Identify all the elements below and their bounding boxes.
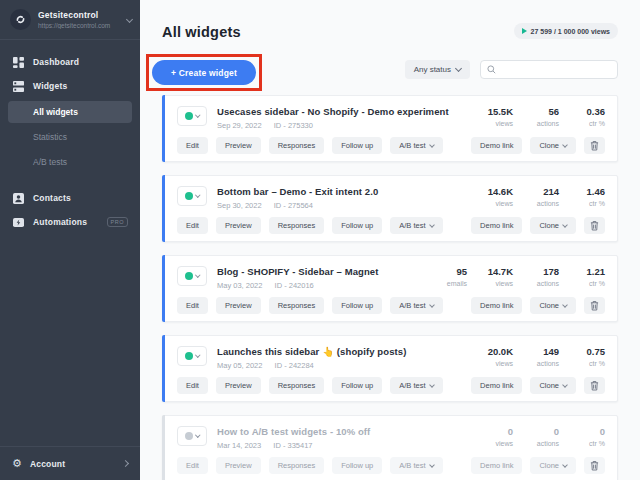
- follow-up-button[interactable]: Follow up: [332, 217, 382, 234]
- a-b-test-button[interactable]: A/B test: [390, 377, 442, 394]
- delete-widget-button[interactable]: [584, 217, 605, 234]
- demo-link-button[interactable]: Demo link: [471, 457, 522, 474]
- widget-status-dropdown[interactable]: [177, 186, 207, 206]
- widget-actions: EditPreviewResponsesFollow upA/B test De…: [163, 290, 617, 314]
- a-b-test-button[interactable]: A/B test: [390, 217, 442, 234]
- responses-button[interactable]: Responses: [269, 217, 325, 234]
- account-url: https://getsitecontrol.com: [38, 22, 127, 29]
- trash-icon: [590, 380, 599, 391]
- clone-button[interactable]: Clone: [530, 137, 576, 154]
- widget-stats: 14.6Kviews214actions1.46ctr %: [467, 186, 605, 207]
- demo-link-button[interactable]: Demo link: [471, 137, 522, 154]
- sidebar-item-contacts[interactable]: Contacts: [0, 186, 140, 210]
- chevron-down-icon: [429, 222, 435, 228]
- responses-button[interactable]: Responses: [269, 457, 325, 474]
- a-b-test-button[interactable]: A/B test: [390, 137, 442, 154]
- preview-button[interactable]: Preview: [216, 457, 261, 474]
- follow-up-button[interactable]: Follow up: [332, 457, 382, 474]
- widget-title[interactable]: How to A/B test widgets - 10% off: [217, 426, 467, 437]
- chevron-down-icon: [562, 462, 568, 468]
- stat-actions: 56actions: [513, 106, 559, 127]
- sidebar-item-dashboard[interactable]: Dashboard: [0, 50, 140, 74]
- delete-widget-button[interactable]: [584, 377, 605, 394]
- play-icon: [522, 28, 527, 34]
- page-title: All widgets: [162, 24, 241, 40]
- widget-meta: Sep 30, 2022 ID - 275564: [217, 201, 467, 210]
- clone-button[interactable]: Clone: [530, 457, 576, 474]
- chevron-down-icon: [455, 65, 462, 72]
- card-accent-bar: [162, 415, 165, 480]
- search-input[interactable]: [500, 65, 611, 74]
- stat-ctr: 0.36ctr %: [559, 106, 605, 127]
- trash-icon: [590, 460, 599, 471]
- chevron-down-icon: [126, 16, 133, 23]
- chevron-down-icon: [429, 142, 435, 148]
- edit-button[interactable]: Edit: [177, 297, 208, 314]
- edit-button[interactable]: Edit: [177, 217, 208, 234]
- responses-button[interactable]: Responses: [269, 377, 325, 394]
- follow-up-button[interactable]: Follow up: [332, 297, 382, 314]
- widget-title[interactable]: Bottom bar – Demo - Exit intent 2.0: [217, 186, 467, 197]
- responses-button[interactable]: Responses: [269, 297, 325, 314]
- trash-icon: [590, 140, 599, 151]
- demo-link-button[interactable]: Demo link: [471, 217, 522, 234]
- chevron-down-icon: [562, 302, 568, 308]
- account-switcher[interactable]: Getsitecontrol https://getsitecontrol.co…: [0, 0, 140, 40]
- edit-button[interactable]: Edit: [177, 457, 208, 474]
- status-filter-dropdown[interactable]: Any status: [405, 60, 470, 79]
- edit-button[interactable]: Edit: [177, 137, 208, 154]
- sidebar-item-automations[interactable]: Automations PRO: [0, 210, 140, 234]
- widget-id: ID - 275330: [274, 121, 313, 130]
- preview-button[interactable]: Preview: [216, 217, 261, 234]
- widget-id: ID - 275564: [274, 201, 313, 210]
- account-name: Getsitecontrol: [38, 10, 127, 20]
- widget-meta: May 05, 2022 ID - 242284: [217, 361, 467, 370]
- widget-actions: EditPreviewResponsesFollow upA/B test De…: [163, 130, 617, 154]
- preview-button[interactable]: Preview: [216, 297, 261, 314]
- sidebar-item-all-widgets[interactable]: All widgets: [8, 101, 132, 123]
- clone-button[interactable]: Clone: [530, 297, 576, 314]
- clone-button[interactable]: Clone: [530, 217, 576, 234]
- delete-widget-button[interactable]: [584, 297, 605, 314]
- widget-meta: May 03, 2022 ID - 242016: [217, 281, 421, 290]
- widget-status-dropdown[interactable]: [177, 266, 207, 286]
- widget-id: ID - 242284: [275, 361, 314, 370]
- status-dot-icon: [185, 272, 193, 280]
- widget-stats: 20.0Kviews149actions0.75ctr %: [467, 346, 605, 367]
- widget-title[interactable]: Launches this sidebar 👆 (shopify posts): [217, 346, 467, 357]
- widget-date: Mar 14, 2023: [217, 441, 261, 450]
- preview-button[interactable]: Preview: [216, 377, 261, 394]
- clone-button[interactable]: Clone: [530, 377, 576, 394]
- demo-link-button[interactable]: Demo link: [471, 297, 522, 314]
- a-b-test-button[interactable]: A/B test: [390, 297, 442, 314]
- delete-widget-button[interactable]: [584, 457, 605, 474]
- app-window: Getsitecontrol https://getsitecontrol.co…: [0, 0, 640, 480]
- sidebar-item-statistics[interactable]: Statistics: [8, 126, 132, 148]
- delete-widget-button[interactable]: [584, 137, 605, 154]
- chevron-down-icon: [562, 382, 568, 388]
- follow-up-button[interactable]: Follow up: [332, 137, 382, 154]
- widget-status-dropdown[interactable]: [177, 346, 207, 366]
- status-dot-icon: [185, 432, 193, 440]
- sidebar-nav: Dashboard Widgets All widgets Statistics…: [0, 40, 140, 446]
- widget-status-dropdown[interactable]: [177, 426, 207, 446]
- demo-link-button[interactable]: Demo link: [471, 377, 522, 394]
- sidebar-item-widgets[interactable]: Widgets: [0, 74, 140, 98]
- preview-button[interactable]: Preview: [216, 137, 261, 154]
- pro-badge: PRO: [107, 217, 128, 227]
- edit-button[interactable]: Edit: [177, 377, 208, 394]
- search-box[interactable]: [480, 60, 618, 79]
- follow-up-button[interactable]: Follow up: [332, 377, 382, 394]
- widget-status-dropdown[interactable]: [177, 106, 207, 126]
- widget-meta: Sep 29, 2022 ID - 275330: [217, 121, 467, 130]
- chevron-down-icon: [429, 302, 435, 308]
- sidebar-item-account[interactable]: ⚙ Account: [0, 446, 140, 480]
- a-b-test-button[interactable]: A/B test: [390, 457, 442, 474]
- widget-title[interactable]: Blog - SHOPIFY - Sidebar – Magnet: [217, 266, 421, 277]
- create-widget-button[interactable]: + Create widget: [152, 60, 256, 85]
- chevron-right-icon: [122, 460, 129, 467]
- sidebar-item-ab-tests[interactable]: A/B tests: [8, 151, 132, 173]
- responses-button[interactable]: Responses: [269, 137, 325, 154]
- chevron-down-icon: [195, 113, 200, 118]
- widget-title[interactable]: Usecases sidebar - No Shopify - Demo exp…: [217, 106, 467, 117]
